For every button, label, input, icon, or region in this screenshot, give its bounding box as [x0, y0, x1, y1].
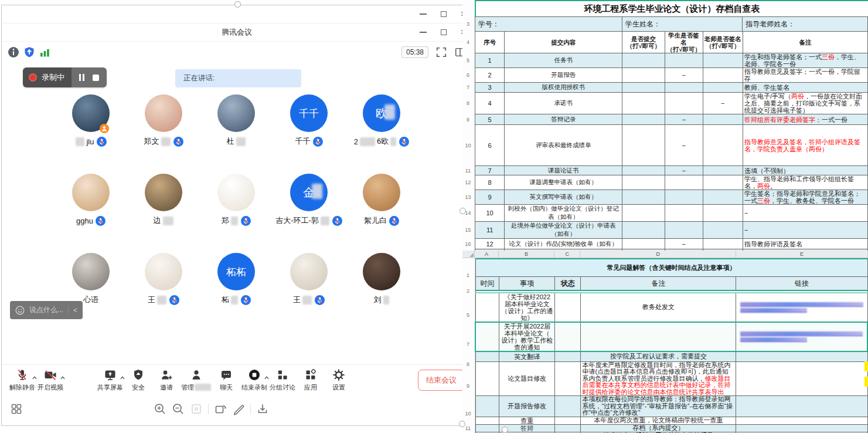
collapse-chat-icon[interactable]: <: [73, 306, 77, 314]
info-cell[interactable]: 指导老师姓名：: [743, 17, 867, 31]
column-header[interactable]: 序号: [475, 32, 505, 53]
cell-time[interactable]: [475, 396, 499, 417]
row-number[interactable]: 6: [462, 72, 474, 78]
participant-tile[interactable]: 千千千千: [273, 94, 345, 174]
cell-remark[interactable]: 指导教师意见及签字；一式一份，学院留存: [743, 68, 867, 83]
emoji-icon[interactable]: [15, 306, 25, 315]
cell-check[interactable]: [703, 190, 743, 205]
cell-link[interactable]: [736, 293, 867, 322]
cell-check[interactable]: [703, 205, 743, 222]
participant-tile[interactable]: 王: [127, 253, 200, 332]
cell-check[interactable]: [703, 68, 743, 83]
column-header[interactable]: 学生是否签名 （打√即可）: [665, 32, 703, 53]
cell-check[interactable]: −: [665, 166, 703, 175]
cell-seq[interactable]: 8: [475, 175, 505, 190]
participant-tile[interactable]: 絮儿白: [345, 174, 418, 253]
cell-status[interactable]: [555, 424, 581, 432]
maximize-icon[interactable]: [441, 29, 447, 35]
pause-disabled-icon[interactable]: [190, 402, 203, 415]
download-icon[interactable]: [256, 402, 269, 415]
cell-check[interactable]: [703, 175, 743, 190]
cell-content[interactable]: 课题调整申请表（如有）: [505, 175, 622, 190]
cell-time[interactable]: [475, 361, 499, 396]
cell-time[interactable]: [475, 351, 499, 361]
cell-check[interactable]: [622, 239, 665, 249]
cell-check[interactable]: [622, 83, 665, 93]
toolbar-share-screen[interactable]: 共享屏幕: [97, 368, 124, 392]
minimize-icon[interactable]: [420, 32, 427, 33]
cell-content[interactable]: 承诺书: [505, 93, 622, 114]
cell-time[interactable]: [475, 417, 499, 424]
info-cell[interactable]: 学生姓名：: [622, 17, 743, 31]
cell-remark[interactable]: 指导教师评语及签名: [743, 239, 867, 249]
cell-remark[interactable]: 本年度仅两次查重，论文终稿由学校统一查重: [581, 417, 736, 424]
cell-remark[interactable]: 学生和指导老师签名；一式三份，学生、老师、学院各一份: [743, 53, 867, 68]
toolbar-shield-dark[interactable]: 安全: [125, 368, 152, 392]
info-cell[interactable]: 学号：: [475, 17, 622, 31]
participant-tile[interactable]: gghu: [55, 174, 127, 253]
participant-tile[interactable]: 郑文: [127, 94, 200, 174]
cell-check[interactable]: [665, 93, 703, 114]
capture-handle-top[interactable]: [234, 1, 241, 8]
cell-check[interactable]: −: [665, 68, 703, 83]
cell-check[interactable]: [703, 114, 743, 125]
meeting-info-icon[interactable]: [8, 46, 19, 58]
cell-seq[interactable]: 12: [475, 239, 505, 249]
cell-check[interactable]: [703, 239, 743, 249]
chevron-up-icon[interactable]: [60, 372, 66, 377]
cell-check[interactable]: [622, 166, 665, 175]
cell-remark[interactable]: 指导教师意见及签名，答辩小组评语及签名，学院负责人盖章（两份）: [743, 125, 867, 166]
column-header[interactable]: 老师是否签名 （打√即可）: [703, 32, 743, 53]
cell-status[interactable]: [555, 361, 581, 396]
cell-check[interactable]: [703, 83, 743, 93]
cell-check[interactable]: −: [665, 239, 703, 249]
cell-remark[interactable]: 存档（系内提交）: [581, 424, 736, 432]
cell-check[interactable]: [665, 190, 703, 205]
stop-recording-icon[interactable]: [93, 75, 99, 81]
cell-seq[interactable]: 7: [475, 166, 505, 175]
cell-content[interactable]: 答辩记录: [505, 114, 622, 125]
participant-tile[interactable]: 刘: [345, 253, 418, 332]
column-letter[interactable]: E: [736, 251, 868, 258]
blurred-hyperlink[interactable]: [740, 331, 863, 336]
cell-remark[interactable]: 按学院及工程认证要求，需要提交: [581, 351, 736, 361]
participant-tile[interactable]: 王: [273, 253, 345, 332]
grid-view-icon[interactable]: [10, 402, 23, 415]
blurred-hyperlink[interactable]: [740, 308, 807, 313]
toolbar-invite[interactable]: 邀请: [153, 368, 180, 392]
cell-check[interactable]: [665, 175, 703, 190]
cell-check[interactable]: [622, 93, 665, 114]
row-number[interactable]: 3: [462, 21, 474, 27]
cell-check[interactable]: [622, 53, 665, 68]
toolbar-apps[interactable]: 应用: [297, 368, 324, 392]
row-number[interactable]: 5: [462, 57, 474, 63]
cell-seq[interactable]: 9: [475, 190, 505, 205]
end-meeting-button[interactable]: 结束会议: [418, 370, 465, 391]
cell-status[interactable]: [555, 417, 581, 424]
cell-remark[interactable]: 本项权限在每位同学的指导教师：指导教师登录知网系统，“过程文档管理”-“审核开题…: [581, 396, 736, 417]
cell-seq[interactable]: 3: [475, 83, 505, 93]
cell-time[interactable]: [475, 424, 499, 432]
cell-check[interactable]: [703, 222, 743, 239]
column-header[interactable]: 提交内容: [505, 32, 622, 53]
cell-link[interactable]: [736, 322, 867, 351]
chat-quickbar[interactable]: 说点什么... <: [10, 301, 83, 319]
cell-remark[interactable]: 学生、指导老师和工作领导小组组长签名，两份。: [743, 175, 867, 190]
cell-link[interactable]: [736, 396, 867, 417]
cell-seq[interactable]: 5: [475, 114, 505, 125]
cell-content[interactable]: 英文撰写申请表（如有）: [505, 190, 622, 205]
row-number[interactable]: 12: [462, 180, 474, 185]
cell-check[interactable]: [622, 190, 665, 205]
cell-remark[interactable]: 教师、学生签名: [743, 83, 867, 93]
cell-remark[interactable]: 教务处发文: [581, 293, 736, 322]
cell-check[interactable]: [665, 222, 703, 239]
fullscreen-icon[interactable]: [435, 46, 447, 58]
column-header[interactable]: 备注: [581, 277, 736, 291]
cell-content[interactable]: 任务书: [505, 53, 622, 68]
column-header[interactable]: 链接: [736, 277, 867, 291]
cell-remark[interactable]: −: [743, 205, 867, 222]
row-number[interactable]: 9: [462, 383, 474, 389]
cell-status[interactable]: [555, 322, 581, 351]
cell-remark[interactable]: [581, 322, 736, 351]
toolbar-stop-record[interactable]: 结束录制: [241, 368, 268, 392]
